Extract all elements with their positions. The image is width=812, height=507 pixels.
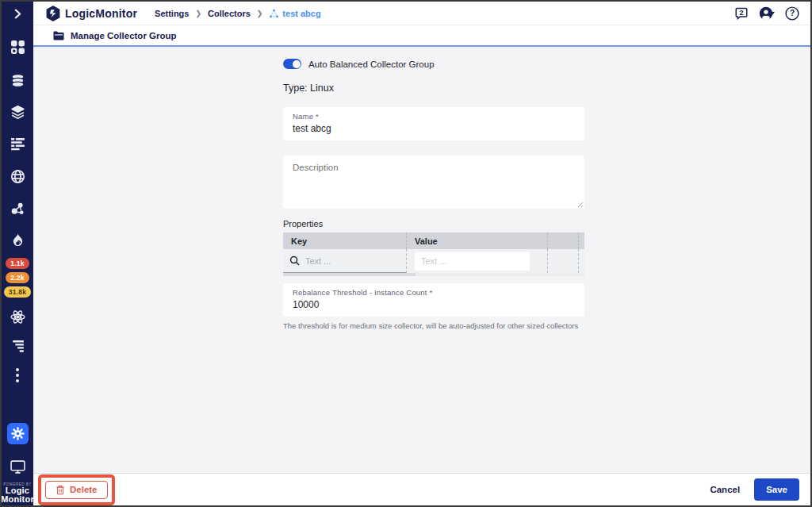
threshold-field-label: Rebalance Threshold - Instance Count *	[293, 288, 575, 297]
alert-badge-critical[interactable]: 1.1k	[6, 258, 29, 269]
content-area: Auto Balanced Collector Group Type: Linu…	[33, 47, 810, 473]
auto-balanced-toggle-row: Auto Balanced Collector Group	[283, 59, 584, 69]
name-field-label: Name *	[293, 112, 575, 121]
key-filter-input[interactable]	[305, 256, 385, 266]
trash-icon	[56, 485, 65, 495]
logicmonitor-logo-icon	[45, 6, 61, 21]
name-field-card: Name *	[283, 107, 584, 140]
app-window: 1.1k 2.2k 31.8k POWERED BY Logic Monitor	[0, 0, 812, 507]
more-icon[interactable]	[2, 367, 33, 383]
column-header-value: Value	[406, 232, 547, 249]
chevron-right-icon: ❯	[195, 10, 201, 17]
threshold-field-card: Rebalance Threshold - Instance Count *	[283, 283, 584, 317]
cancel-button[interactable]: Cancel	[710, 485, 740, 494]
column-header-actions	[547, 232, 578, 249]
properties-filter-row	[283, 249, 584, 273]
top-bar: LogicMonitor Settings ❯ Collectors ❯ tes…	[33, 2, 810, 25]
alert-badge-warning[interactable]: 31.8k	[4, 286, 31, 298]
gear-icon	[7, 423, 29, 444]
value-filter-cell	[406, 249, 547, 273]
delete-button-label: Delete	[70, 485, 98, 494]
footer-actions: Cancel Save	[710, 478, 799, 501]
svg-text:2: 2	[739, 8, 743, 16]
logicmonitor-logo[interactable]: LogicMonitor	[45, 6, 137, 21]
description-input[interactable]	[283, 156, 584, 209]
actions-cell	[547, 249, 578, 273]
save-button[interactable]: Save	[754, 478, 799, 501]
threshold-input[interactable]	[293, 299, 575, 310]
breadcrumb-current-label: test abcg	[282, 9, 320, 18]
breadcrumb-settings[interactable]: Settings	[155, 9, 189, 18]
remote-session-icon[interactable]	[2, 460, 33, 474]
expand-sidebar-icon[interactable]	[2, 9, 33, 19]
threshold-helper-text: The threshold is for medium size collect…	[283, 321, 584, 330]
collector-group-form: Auto Balanced Collector Group Type: Linu…	[283, 59, 584, 330]
alerts-icon[interactable]	[2, 233, 33, 248]
delete-button[interactable]: Delete	[45, 481, 108, 499]
help-icon[interactable]: ?	[785, 6, 799, 21]
value-filter-input[interactable]	[415, 252, 530, 271]
settings-nav-active[interactable]	[2, 423, 33, 444]
brand-name: LogicMonitor	[65, 7, 137, 20]
aiops-icon[interactable]	[2, 309, 33, 325]
properties-section-label: Properties	[283, 219, 584, 229]
sidebar: 1.1k 2.2k 31.8k POWERED BY Logic Monitor	[2, 2, 33, 505]
websites-icon[interactable]	[2, 169, 33, 184]
table-horizontal-scrollbar[interactable]	[283, 273, 584, 276]
logs-icon[interactable]	[2, 136, 33, 152]
resources-icon[interactable]	[2, 73, 33, 88]
footer-bar: Delete Cancel Save	[33, 473, 810, 505]
column-header-key: Key	[283, 232, 406, 249]
alert-badge-error[interactable]: 2.2k	[6, 272, 29, 283]
auto-balanced-toggle-label: Auto Balanced Collector Group	[308, 60, 435, 69]
end-cell	[578, 249, 584, 273]
toggle-knob	[293, 60, 301, 68]
annotation-highlight-box: Delete	[38, 474, 115, 505]
notifications-icon[interactable]: 2	[734, 6, 749, 21]
traces-icon[interactable]	[2, 340, 33, 352]
column-header-end	[578, 232, 584, 249]
collector-type-text: Type: Linux	[283, 83, 584, 94]
name-input[interactable]	[293, 123, 575, 134]
mapping-icon[interactable]	[2, 202, 33, 217]
search-icon	[289, 255, 300, 266]
topbar-actions: 2 ?	[734, 6, 799, 21]
chevron-right-icon: ❯	[257, 10, 263, 17]
page-title: Manage Collector Group	[71, 31, 177, 40]
dashboards-icon[interactable]	[2, 40, 33, 55]
modules-icon[interactable]	[2, 105, 33, 120]
breadcrumb: Settings ❯ Collectors ❯ test abcg	[155, 9, 321, 18]
folder-icon	[53, 31, 64, 40]
chevron-down-icon	[770, 12, 775, 15]
breadcrumb-current-group[interactable]: test abcg	[269, 9, 320, 18]
auto-balanced-toggle[interactable]	[283, 59, 301, 69]
main-area: LogicMonitor Settings ❯ Collectors ❯ tes…	[33, 2, 810, 505]
breadcrumb-collectors[interactable]: Collectors	[208, 9, 251, 18]
properties-table: Key Value	[283, 232, 584, 276]
description-field-card	[283, 156, 584, 209]
user-menu[interactable]	[759, 6, 775, 21]
powered-brand-line2: Monitor	[1, 495, 34, 504]
svg-text:?: ?	[790, 9, 795, 17]
scrollbar-thumb[interactable]	[283, 273, 416, 276]
key-filter-cell	[283, 249, 406, 273]
powered-by-logicmonitor: POWERED BY Logic Monitor	[1, 483, 34, 505]
collector-group-icon	[269, 9, 279, 18]
page-header: Manage Collector Group	[33, 25, 810, 47]
properties-header-row: Key Value	[283, 232, 584, 249]
